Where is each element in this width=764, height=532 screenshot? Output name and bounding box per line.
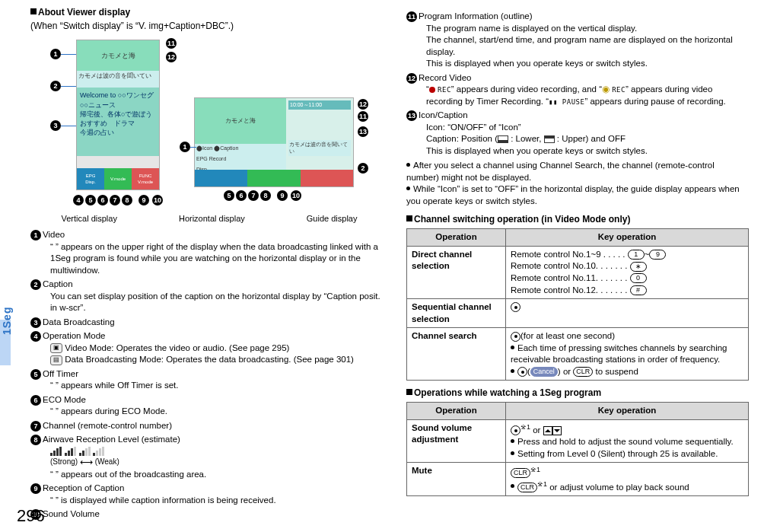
t1-r3-op: Channel search [407, 328, 506, 381]
item-airwave: 8Airwave Reception Level (estimate) (Str… [30, 434, 388, 480]
callout-12: 12 [166, 52, 177, 62]
vert-dbc-l1: Welcome to ○○ワンセグ [80, 91, 156, 100]
horiz-row-icon-caption: ⬤Icon ⬤Caption [195, 144, 286, 155]
softkey-3b [301, 170, 353, 186]
item-operation-mode: 4Operation Mode ▣ Video Mode: Operates t… [30, 330, 388, 366]
key-nav-3 [517, 367, 527, 377]
callout-3: 3 [50, 120, 61, 131]
item-reception-caption: 9Reception of Caption “ ” is displayed w… [30, 483, 388, 506]
vert-dbc-l3: 帰宅後、各体○で遊ぼう [80, 110, 156, 119]
vert-softkey-bar: EPGDisp. V.mode FUNCV.mode [77, 168, 159, 190]
t1-r3-key: (for at least one second) Each time of p… [506, 328, 749, 381]
t2-h2: Key operation [506, 403, 749, 420]
vert-video-area: カモメと海 [77, 40, 159, 71]
caption-lower-icon [498, 135, 508, 143]
item-list-right: 11Program Information (outline) The prog… [406, 11, 749, 157]
item-eco-mode: 6ECO Mode “ ” appears during ECO Mode. [30, 394, 388, 418]
item-record-video: 12Record Video “ REC” appears during vid… [406, 72, 749, 108]
callout-12b: 12 [358, 99, 368, 110]
t1-r2-key [506, 299, 749, 328]
key-clr-3: CLR [517, 483, 537, 492]
vert-caption-area: カモメは波の音を聞いてい [77, 71, 159, 88]
key-clr-2: CLR [511, 468, 530, 478]
t1-h2: Key operation [506, 229, 749, 247]
item-off-timer: 5Off Timer “ ” appears while Off Timer i… [30, 368, 388, 392]
viewer-display-title: About Viewer display [30, 6, 388, 18]
viewer-display-subtitle: (When “Switch display” is “V. img+Captio… [30, 20, 388, 32]
pause-icon: ▮▮ [549, 98, 562, 106]
callout-8b: 8 [260, 190, 271, 201]
t1-r1-op: Direct channel selection [407, 246, 506, 298]
callout-1: 1 [50, 49, 61, 59]
t1-r1-key: Remote control No.1~9 . . . . . 1~9 Remo… [506, 246, 749, 298]
callout-2b: 2 [358, 163, 368, 174]
note-2: While “Icon” is set to “OFF” in the hori… [406, 183, 749, 207]
callout-13: 13 [358, 126, 368, 137]
callout-10b: 10 [291, 190, 301, 201]
key-nav [511, 302, 520, 312]
channel-switching-title: Channel switching operation (in Video Mo… [406, 213, 749, 225]
channel-switching-table: OperationKey operation Direct channel se… [406, 228, 749, 381]
callout-1b: 1 [180, 142, 190, 152]
key-9: 9 [649, 250, 666, 260]
t2-r1-key: ※1 or Press and hold to adjust the sound… [506, 419, 749, 462]
horiz-caption-text: カモメは波の音を聞いてい [288, 140, 351, 156]
key-hash: # [630, 285, 647, 295]
item-icon-caption: 13Icon/Caption Icon: “ON/OFF” of “Icon” … [406, 110, 749, 157]
item-sound-volume: 10Sound Volume [30, 508, 388, 521]
callout-10: 10 [152, 195, 163, 205]
callout-11: 11 [166, 38, 177, 49]
right-column: 11Program Information (outline) The prog… [406, 6, 749, 523]
key-star: ∗ [630, 262, 647, 272]
callout-7: 7 [110, 195, 120, 205]
horiz-video-area: カモメと海 [195, 98, 286, 144]
operations-table: OperationKey operation Sound volume adju… [406, 402, 749, 496]
vertical-display-mock: カモメと海 カモメは波の音を聞いてい Welcome to ○○ワンセグ ○○ニ… [76, 40, 160, 190]
callout-2: 2 [50, 81, 61, 91]
operations-title: Operations while watching a 1Seg program [406, 387, 749, 399]
signal-strong-icon [50, 447, 62, 456]
signal-low-icon [79, 447, 91, 456]
key-nav-vol [511, 425, 520, 435]
horizontal-display-mock: カモメと海 ⬤Icon ⬤Caption EPG Record Disp. 10… [194, 97, 354, 187]
caption-upper-icon [544, 135, 555, 143]
callout-9b: 9 [277, 190, 288, 201]
item-program-info: 11Program Information (outline) The prog… [406, 11, 749, 70]
callout-6: 6 [97, 195, 108, 205]
vert-dbc-l2: ○○ニュース [80, 100, 156, 110]
signal-weak-icon [93, 447, 105, 456]
item-video: 1Video “ ” appears on the upper right of… [30, 229, 388, 276]
note-1: After you select a channel using Channel… [406, 160, 749, 183]
diagram-area: カモメと海 カモメは波の音を聞いてい Welcome to ○○ワンセグ ○○ニ… [30, 35, 388, 218]
t2-h1: Operation [407, 403, 506, 420]
arrow-lr-icon: ⟷ [80, 456, 93, 468]
item-list-left: 1Video “ ” appears on the upper right of… [30, 229, 388, 521]
item-channel: 7Channel (remote-control number) [30, 420, 388, 432]
key-cancel: Cancel [530, 367, 558, 377]
softkey-1: EPGDisp. [77, 168, 104, 190]
key-1: 1 [628, 250, 645, 260]
t2-r2-op: Mute [407, 463, 506, 496]
t1-h1: Operation [407, 229, 506, 247]
callout-6b: 6 [236, 190, 247, 201]
vert-dbc-area: Welcome to ○○ワンセグ ○○ニュース 帰宅後、各体○で遊ぼう おすす… [77, 88, 159, 156]
signal-mid-icon [65, 447, 77, 456]
callout-8: 8 [122, 195, 132, 205]
page-number: 296 [17, 505, 45, 527]
item-data-broadcasting: 3Data Broadcasting [30, 317, 388, 329]
softkey-2b [247, 170, 300, 186]
horiz-time: 10:00～11:00 [288, 100, 351, 109]
softkey-3: FUNCV.mode [132, 168, 159, 190]
callout-5: 5 [85, 195, 96, 205]
callout-5b: 5 [224, 190, 234, 201]
horiz-row-epg: EPG Record [195, 155, 286, 165]
horiz-softkey-bar [195, 170, 353, 186]
dbc-mode-icon: ▤ [50, 355, 62, 365]
callout-9: 9 [138, 195, 149, 205]
video-mode-icon: ▣ [50, 343, 62, 353]
key-down [552, 426, 562, 435]
t1-r2-op: Sequential channel selection [407, 299, 506, 328]
side-tab: 1Seg [0, 307, 14, 335]
softkey-2: V.mode [104, 168, 132, 190]
callout-11b: 11 [358, 111, 368, 122]
